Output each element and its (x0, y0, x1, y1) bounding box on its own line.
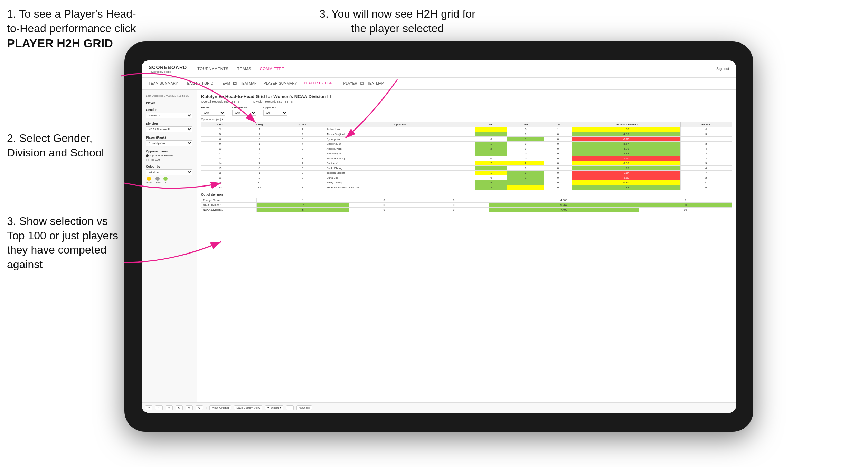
td-rounds: 2 (680, 175, 732, 180)
toolbar-refresh[interactable]: ↺ (186, 405, 193, 410)
table-body: 3 1 1 Esther Lee 1 0 1 1.50 4 5 2 (201, 127, 732, 190)
td-reg: 2 (239, 151, 280, 156)
td-team: Foreign Team (201, 198, 257, 203)
td-div: 14 (201, 161, 239, 166)
td-loss: 1 (507, 185, 544, 190)
out-of-div-body: Foreign Team 1 0 0 4.500 2 NAIA Division… (201, 198, 732, 212)
toolbar-redo[interactable]: ↪ (166, 405, 173, 410)
table-row: 16 1 3 Jessica Mason 1 2 0 -0.94 7 (201, 171, 732, 175)
td-conf: 3 (280, 171, 325, 175)
td-loss: 1 (507, 175, 544, 180)
td-reg: 2 (239, 132, 280, 137)
toolbar-back[interactable]: ← (155, 405, 163, 410)
td-div: 5 (201, 132, 239, 137)
th-win: Win (475, 122, 507, 127)
toolbar-settings[interactable]: ⚙ (176, 405, 183, 410)
td-diff: 4.00 (572, 146, 680, 151)
grid-records: Overall Record: 353 - 34 - 6 Division Re… (201, 100, 732, 103)
tab-team-h2h-grid[interactable]: TEAM H2H GRID (185, 80, 213, 87)
toolbar-grid[interactable]: ⬚ (286, 405, 294, 410)
instruction-text-right: 3. You will now see H2H grid for the pla… (319, 8, 475, 35)
td-opponent: Stella Cheng (325, 166, 475, 171)
gender-select[interactable]: Women's Men's (146, 113, 192, 118)
td-reg: 6 (239, 146, 280, 151)
division-select[interactable]: NCAA Division III NCAA Division I NCAA D… (146, 126, 192, 132)
td-rounds: 10 (639, 208, 732, 212)
td-win: 1 (475, 142, 507, 146)
table-row: 9 1 4 Sharon Mun 1 0 0 3.67 3 (201, 142, 732, 146)
main-table: # Div # Reg # Conf Opponent Win Loss Tie… (201, 122, 732, 190)
toolbar-view-original[interactable]: View: Original (209, 405, 231, 410)
td-diff: 0.30 (572, 180, 680, 185)
td-div: 15 (201, 166, 239, 171)
td-win: 1 (475, 127, 507, 132)
toolbar-watch[interactable]: 👁 Watch ▾ (265, 405, 283, 410)
td-opponent: Alexis Sudjianto (325, 132, 475, 137)
td-rounds: 4 (680, 127, 732, 132)
conference-select[interactable]: (All) (232, 110, 256, 116)
table-row: 10 6 3 Andrea York 2 0 0 4.00 4 (201, 146, 732, 151)
table-row: NCAA Division 2 5 0 0 7.400 10 (201, 208, 732, 212)
tab-team-h2h-heatmap[interactable]: TEAM H2H HEATMAP (220, 80, 257, 87)
td-loss: 0 (349, 198, 419, 203)
nav-teams[interactable]: TEAMS (237, 65, 251, 73)
tab-player-h2h-grid[interactable]: PLAYER H2H GRID (304, 79, 337, 87)
table-row: 19 10 6 Emily Chang 4 1 0 0.30 11 (201, 180, 732, 185)
td-rounds: 3 (680, 132, 732, 137)
td-div: 13 (201, 156, 239, 161)
th-div: # Div (201, 122, 239, 127)
colour-dots: Down Level Up (146, 177, 192, 184)
radio-top100[interactable]: Top 100 (146, 158, 192, 161)
region-select[interactable]: (All) (201, 110, 225, 116)
td-conf: 2 (280, 132, 325, 137)
overall-record: Overall Record: 353 - 34 - 6 (201, 100, 239, 103)
opponents-label: Opponents: (All) ▾ (201, 118, 732, 121)
tab-player-summary[interactable]: PLAYER SUMMARY (264, 80, 297, 87)
td-reg: 10 (239, 180, 280, 185)
td-rounds: 4 (680, 146, 732, 151)
td-tie: 0 (544, 166, 572, 171)
logo-sub: Powered by clippd (149, 70, 187, 73)
td-reg: 1 (239, 171, 280, 175)
td-diff: -1.00 (572, 137, 680, 142)
tab-player-h2h-heatmap[interactable]: PLAYER H2H HEATMAP (343, 80, 384, 87)
td-win: 1 (257, 198, 349, 203)
filter-group-conference: Conference (All) (232, 106, 256, 116)
filter-row: Region (All) Conference (All) Opponent (201, 106, 732, 116)
toolbar-save-view[interactable]: Save Custom View (234, 405, 262, 410)
tab-team-summary[interactable]: TEAM SUMMARY (149, 80, 178, 87)
opponent-filter-select[interactable]: (All) (263, 110, 287, 116)
td-conf: 3 (280, 137, 325, 142)
radio-opponents-played[interactable]: Opponents Played (146, 154, 192, 157)
division-label: Division (146, 122, 192, 125)
td-diff: 7.400 (489, 208, 639, 212)
player-rank-select[interactable]: 8. Katelyn Vo (146, 140, 192, 146)
nav-tournaments[interactable]: TOURNAMENTS (197, 65, 228, 73)
td-conf: 4 (280, 161, 325, 166)
td-reg: 2 (239, 175, 280, 180)
logo-text: SCOREBOARD (149, 65, 187, 70)
td-div: 9 (201, 142, 239, 146)
dot-up-label: Up (164, 181, 167, 184)
toolbar-undo[interactable]: ↩ (145, 405, 152, 410)
td-diff: 1.25 (572, 166, 680, 171)
td-diff: -0.94 (572, 171, 680, 175)
nav-committee[interactable]: COMMITTEE (260, 65, 284, 73)
td-conf: 1 (280, 127, 325, 132)
opponent-filter-label: Opponent (263, 106, 287, 109)
td-reg: 8 (239, 166, 280, 171)
toolbar-time[interactable]: ⏱ (196, 405, 203, 410)
td-loss: 0 (507, 127, 544, 132)
td-win: 2 (475, 146, 507, 151)
toolbar-share[interactable]: ≪ Share (296, 405, 312, 410)
td-diff: 4.500 (489, 198, 639, 203)
sign-out-link[interactable]: Sign out (716, 67, 729, 71)
last-updated: Last Updated: 27/03/2024 16:55:38 (146, 94, 192, 98)
colour-by-select[interactable]: Win/loss (146, 169, 192, 175)
td-tie: 0 (419, 208, 489, 212)
out-of-div-table: Foreign Team 1 0 0 4.500 2 NAIA Division… (201, 198, 732, 212)
td-diff: 3.33 (572, 151, 680, 156)
td-rounds (680, 137, 732, 142)
td-diff: 4.00 (572, 132, 680, 137)
tablet: SCOREBOARD Powered by clippd TOURNAMENTS… (124, 41, 753, 432)
